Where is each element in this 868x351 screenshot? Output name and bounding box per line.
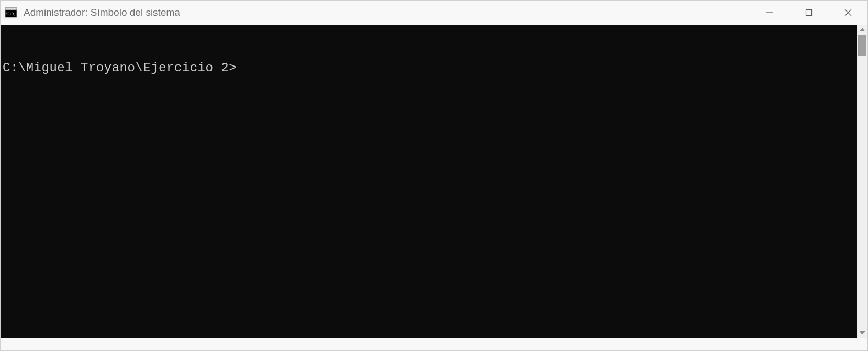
vertical-scrollbar[interactable] xyxy=(857,25,867,338)
command-prompt-line: C:\Miguel Troyano\Ejercicio 2> xyxy=(3,60,855,76)
maximize-icon xyxy=(805,9,813,16)
svg-rect-1 xyxy=(5,8,17,10)
titlebar[interactable]: C:\ Administrador: Símbolo del sistema xyxy=(1,1,867,25)
scroll-up-button[interactable] xyxy=(857,25,867,35)
window-controls xyxy=(750,1,867,25)
window-title: Administrador: Símbolo del sistema xyxy=(24,7,750,18)
chevron-down-icon xyxy=(860,331,865,334)
maximize-button[interactable] xyxy=(789,1,828,25)
window-bottom-border xyxy=(1,338,867,350)
svg-text:C:\: C:\ xyxy=(6,11,15,16)
close-button[interactable] xyxy=(828,1,867,25)
scroll-down-button[interactable] xyxy=(857,327,867,338)
close-icon xyxy=(844,9,852,16)
cmd-app-icon: C:\ xyxy=(5,6,17,19)
minimize-button[interactable] xyxy=(750,1,789,25)
command-prompt-window: C:\ Administrador: Símbolo del sistema xyxy=(0,0,868,351)
minimize-icon xyxy=(766,9,773,16)
chevron-up-icon xyxy=(860,28,865,31)
terminal-area: C:\Miguel Troyano\Ejercicio 2> xyxy=(1,25,867,338)
scroll-thumb[interactable] xyxy=(858,35,866,56)
svg-rect-4 xyxy=(806,10,811,16)
terminal-output[interactable]: C:\Miguel Troyano\Ejercicio 2> xyxy=(1,25,857,338)
